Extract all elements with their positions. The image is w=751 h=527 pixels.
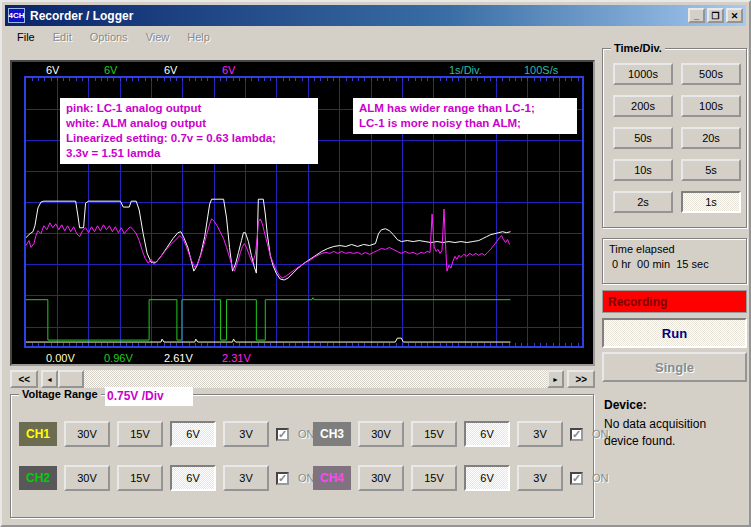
ch1-range-label: 6V (46, 64, 59, 76)
check-icon: ✓ (278, 474, 287, 483)
ch3-15v-button[interactable]: 15V (411, 421, 457, 447)
menu-file[interactable]: File (9, 29, 43, 45)
ch4-3v-button[interactable]: 3V (517, 465, 563, 491)
ch3-3v-button[interactable]: 3V (517, 421, 563, 447)
ch1-label: CH1 (19, 422, 57, 446)
single-button: Single (602, 352, 747, 382)
timediv-50s-button[interactable]: 50s (613, 127, 673, 149)
minimize-button[interactable]: _ (688, 8, 705, 23)
scroll-row: << ◄ ► >> (10, 370, 595, 388)
menu-view: View (138, 29, 178, 45)
ch4-range-label: 6V (222, 64, 235, 76)
ch4-label: CH4 (313, 466, 351, 490)
check-icon: ✓ (572, 474, 581, 483)
timediv-200s-button[interactable]: 200s (613, 95, 673, 117)
time-div-title: Time/Div. (611, 42, 665, 54)
close-button[interactable]: ✕ (726, 8, 743, 23)
time-per-div-label: 1s/Div. (449, 64, 482, 76)
ch2-3v-button[interactable]: 3V (223, 465, 269, 491)
sample-rate-label: 100S/s (524, 64, 558, 76)
ch4-value-label: 2.31V (222, 352, 251, 364)
ch3-6v-button[interactable]: 6V (464, 421, 510, 447)
horizontal-scrollbar[interactable]: ◄ ► (41, 370, 564, 388)
ch3-on-checkbox: ✓ (570, 428, 583, 441)
timediv-100s-button[interactable]: 100s (681, 95, 741, 117)
ch2-6v-button[interactable]: 6V (170, 465, 216, 491)
ch1-3v-button[interactable]: 3V (223, 421, 269, 447)
timediv-500s-button[interactable]: 500s (681, 63, 741, 85)
ch3-controls: CH3 30V 15V 6V 3V ✓ ON (313, 421, 609, 447)
scroll-jump-left-button[interactable]: << (10, 370, 38, 388)
ch2-15v-button[interactable]: 15V (117, 465, 163, 491)
ch3-range-label: 6V (164, 64, 177, 76)
timediv-10s-button[interactable]: 10s (613, 159, 673, 181)
scope-annotation-2: ALM has wider range than LC-1; LC-1 is m… (353, 98, 577, 134)
check-icon: ✓ (572, 430, 581, 439)
device-title: Device: (604, 398, 744, 412)
time-elapsed-title: Time elapsed (609, 243, 740, 255)
ch1-on-checkbox: ✓ (276, 428, 289, 441)
menu-edit: Edit (45, 29, 80, 45)
time-elapsed-box: Time elapsed 0 hr 00 min 15 sec (602, 238, 747, 284)
ch3-30v-button[interactable]: 30V (358, 421, 404, 447)
ch2-value-label: 0.96V (104, 352, 133, 364)
app-icon: 4CH (8, 8, 25, 23)
ch4-6v-button[interactable]: 6V (464, 465, 510, 491)
ch4-on-checkbox: ✓ (570, 472, 583, 485)
device-info: Device: No data acquisition device found… (604, 398, 744, 450)
ch1-15v-button[interactable]: 15V (117, 421, 163, 447)
scroll-left-arrow-icon[interactable]: ◄ (41, 370, 58, 388)
scrollbar-thumb[interactable] (58, 370, 84, 388)
scroll-jump-right-button[interactable]: >> (567, 370, 595, 388)
time-elapsed-value: 0 hr 00 min 15 sec (609, 258, 740, 270)
title-bar: 4CH Recorder / Logger _ ❐ ✕ (5, 5, 746, 26)
scroll-right-arrow-icon[interactable]: ► (547, 370, 564, 388)
app-window: 4CH Recorder / Logger _ ❐ ✕ File Edit Op… (0, 0, 751, 527)
maximize-button[interactable]: ❐ (707, 8, 724, 23)
voltage-range-group: Voltage Range 0.75V /Div CH1 30V 15V 6V … (10, 394, 594, 518)
time-div-buttons: 1000s 500s 200s 100s 50s 20s 10s 5s 2s 1… (613, 63, 741, 213)
timediv-2s-button[interactable]: 2s (613, 191, 673, 213)
run-button[interactable]: Run (602, 318, 747, 348)
menu-options: Options (82, 29, 136, 45)
ch1-6v-button[interactable]: 6V (170, 421, 216, 447)
ch1-controls: CH1 30V 15V 6V 3V ✓ ON (19, 421, 315, 447)
volts-per-div-value: 0.75V /Div (105, 387, 193, 406)
ch2-on-checkbox: ✓ (276, 472, 289, 485)
ch4-on-label: ON (592, 472, 609, 484)
ch4-30v-button[interactable]: 30V (358, 465, 404, 491)
menu-help: Help (179, 29, 218, 45)
scrollbar-track[interactable] (58, 370, 547, 388)
ch4-15v-button[interactable]: 15V (411, 465, 457, 491)
timediv-1000s-button[interactable]: 1000s (613, 63, 673, 85)
ch1-30v-button[interactable]: 30V (64, 421, 110, 447)
timediv-1s-button[interactable]: 1s (681, 191, 741, 213)
ch2-30v-button[interactable]: 30V (64, 465, 110, 491)
ch3-label: CH3 (313, 422, 351, 446)
scope-panel: 6V 6V 6V 6V 1s/Div. 100S/s pink: LC-1 an… (10, 60, 595, 366)
time-div-group: Time/Div. 1000s 500s 200s 100s 50s 20s 1… (602, 48, 747, 228)
ch3-value-label: 2.61V (164, 352, 193, 364)
ch2-range-label: 6V (104, 64, 117, 76)
check-icon: ✓ (278, 430, 287, 439)
ch4-controls: CH4 30V 15V 6V 3V ✓ ON (313, 465, 609, 491)
window-title: Recorder / Logger (30, 9, 688, 23)
scope-annotation-1: pink: LC-1 analog output white: ALM anal… (60, 98, 318, 164)
voltage-range-title: Voltage Range (19, 388, 101, 400)
device-text: No data acquisition device found. (604, 416, 744, 450)
recording-indicator: Recording (602, 290, 747, 313)
scope-plot: pink: LC-1 analog output white: ALM anal… (24, 76, 584, 348)
ch1-value-label: 0.00V (46, 352, 75, 364)
ch2-label: CH2 (19, 466, 57, 490)
ch2-controls: CH2 30V 15V 6V 3V ✓ ON (19, 465, 315, 491)
timediv-20s-button[interactable]: 20s (681, 127, 741, 149)
timediv-5s-button[interactable]: 5s (681, 159, 741, 181)
